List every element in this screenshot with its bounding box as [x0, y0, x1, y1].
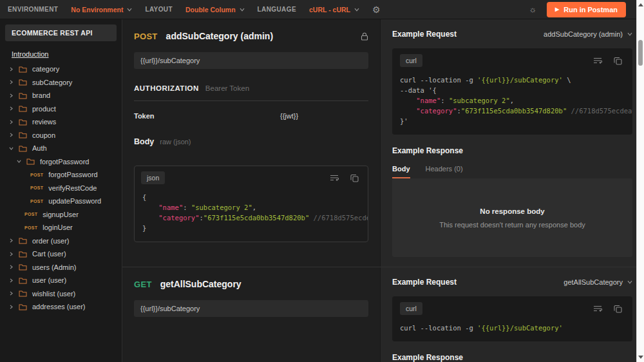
sidebar-item-cart[interactable]: Cart (user)	[0, 247, 122, 261]
curl-code: curl --location -g '{{url}}/subCategory'…	[392, 70, 632, 135]
sidebar-item-loginuser[interactable]: POST loginUser	[0, 221, 122, 234]
sidebar-item-reviews[interactable]: reviews	[0, 115, 122, 129]
sidebar-item-addresses[interactable]: addresses (user)	[0, 300, 122, 314]
wrap-text-icon[interactable]	[593, 57, 603, 64]
code-block-actions	[330, 174, 361, 182]
chevron-right-icon	[9, 252, 14, 256]
run-in-postman-button[interactable]: ▶ Run in Postman	[547, 2, 626, 17]
folder-icon	[19, 237, 27, 244]
sidebar-item-category[interactable]: category	[0, 62, 122, 76]
sidebar-item-forgotpassword-folder[interactable]: forgotPassword	[0, 155, 122, 169]
token-value: {{jwt}}	[280, 112, 298, 120]
sidebar-item-label: wishlist (user)	[32, 290, 75, 298]
sidebar-item-forgotpassword-request[interactable]: POST forgotPassword	[0, 168, 122, 182]
sidebar-item-label: loginUser	[43, 224, 72, 231]
sidebar-item-label: addresses (user)	[32, 303, 86, 310]
language-dropdown[interactable]: cURL - cURL	[309, 6, 359, 14]
curl-example-code-block: curl curl --location -g '{{url}}/subCate…	[392, 48, 632, 135]
sidebar-item-label: Cart (user)	[32, 250, 66, 258]
sidebar-item-users-admin[interactable]: users (Admin)	[0, 261, 122, 274]
example-request-selector[interactable]: addSubCategory (admin)	[544, 30, 632, 38]
example-column: Example Request getAllSubCategory curl	[380, 267, 644, 362]
chevron-down-icon	[627, 32, 632, 37]
copy-icon[interactable]	[614, 57, 622, 65]
tab-body[interactable]: Body	[392, 165, 410, 178]
scroll-down-arrow-icon[interactable]	[638, 356, 643, 359]
code-token-key: "category"	[400, 107, 457, 115]
code-token: }	[142, 224, 146, 232]
play-icon: ▶	[555, 6, 559, 12]
layout-value: Double Column	[185, 6, 236, 14]
folder-open-icon	[19, 145, 27, 152]
example-response-header: Example Response	[392, 146, 632, 155]
code-token: --data '{	[400, 86, 437, 94]
sidebar-item-subcategory[interactable]: subCategory	[0, 76, 122, 90]
sidebar-item-introduction[interactable]: Introduction	[12, 50, 48, 58]
sidebar-item-brand[interactable]: brand	[0, 89, 122, 102]
sidebar-item-product[interactable]: product	[0, 102, 122, 116]
scroll-up-arrow-icon[interactable]	[638, 3, 643, 6]
method-badge: POST	[24, 212, 37, 216]
sidebar-item-verifyrestcode[interactable]: POST verifyRestCode	[0, 182, 122, 195]
folder-icon	[19, 105, 27, 112]
sidebar-item-label: users (Admin)	[32, 263, 76, 271]
code-token: :	[440, 97, 449, 104]
sidebar-item-label: reviews	[32, 118, 56, 126]
method-badge: POST	[30, 186, 43, 190]
language-chip: curl	[400, 54, 422, 67]
post-addsubcategory-section: POST addSubCategory (admin) {{url}}/subC…	[122, 19, 644, 267]
body-mode: raw (json)	[160, 138, 191, 146]
sidebar-item-label: product	[32, 105, 56, 113]
settings-gear-icon[interactable]: ⚙	[372, 5, 381, 14]
chevron-right-icon	[9, 67, 14, 71]
sidebar-item-signupuser[interactable]: POST signupUser	[0, 208, 122, 222]
wrap-text-icon[interactable]	[593, 305, 603, 312]
sidebar-item-order[interactable]: order (user)	[0, 234, 122, 248]
example-response-heading: Example Response	[392, 146, 463, 155]
code-token-string: "subcategory 2"	[191, 204, 252, 211]
request-doc-column: POST addSubCategory (admin) {{url}}/subC…	[122, 19, 380, 267]
folder-icon	[19, 79, 27, 86]
code-token: \	[563, 76, 571, 84]
sidebar-item-updatepassword[interactable]: POST updatePassword	[0, 195, 122, 208]
language-label: LANGUAGE	[258, 6, 296, 13]
page-scrollbar[interactable]	[636, 0, 644, 362]
example-request-selector[interactable]: getAllSubCategory	[564, 278, 632, 286]
code-token: {	[142, 193, 146, 201]
code-token: :	[183, 204, 191, 211]
code-block-header: curl	[392, 48, 632, 70]
method-label: GET	[134, 280, 152, 289]
method-label: POST	[134, 32, 158, 41]
sidebar-item-label: verifyRestCode	[48, 184, 97, 192]
example-request-heading: Example Request	[392, 278, 457, 287]
code-token: curl --location -g	[400, 324, 477, 332]
folder-icon	[19, 263, 27, 271]
folder-icon	[19, 290, 27, 297]
folder-icon	[19, 66, 27, 73]
sidebar-item-wishlist[interactable]: wishlist (user)	[0, 287, 122, 301]
tab-headers[interactable]: Headers (0)	[426, 165, 463, 178]
theme-toggle-sun-icon[interactable]: ☼	[529, 5, 536, 14]
example-request-header: Example Request getAllSubCategory	[392, 278, 632, 287]
request-url[interactable]: {{url}}/subCategory	[134, 300, 368, 317]
environment-label: ENVIRONMENT	[8, 6, 58, 13]
code-block-actions	[593, 305, 625, 313]
body-label: Body	[134, 137, 154, 146]
collection-title[interactable]: ECOMMERCE REST API	[5, 24, 117, 41]
scrollbar-thumb[interactable]	[638, 40, 643, 66]
sidebar-item-auth[interactable]: Auth	[0, 142, 122, 155]
wrap-text-icon[interactable]	[330, 174, 339, 182]
copy-icon[interactable]	[614, 305, 622, 313]
copy-icon[interactable]	[350, 174, 359, 182]
sidebar-item-coupon[interactable]: coupon	[0, 129, 122, 142]
code-token-key: "name"	[400, 97, 440, 104]
request-url[interactable]: {{url}}/subCategory	[134, 52, 368, 69]
run-button-label: Run in Postman	[564, 6, 618, 14]
sidebar-item-user[interactable]: user (user)	[0, 274, 122, 287]
environment-dropdown[interactable]: No Environment	[71, 6, 132, 14]
chevron-down-icon	[354, 7, 359, 12]
top-settings-bar: ENVIRONMENT No Environment LAYOUT Double…	[0, 0, 644, 19]
layout-dropdown[interactable]: Double Column	[185, 6, 245, 14]
example-request-header: Example Request addSubCategory (admin)	[392, 30, 632, 39]
code-token-string: "673f115e5cda0bb3547d820b"	[204, 214, 309, 222]
